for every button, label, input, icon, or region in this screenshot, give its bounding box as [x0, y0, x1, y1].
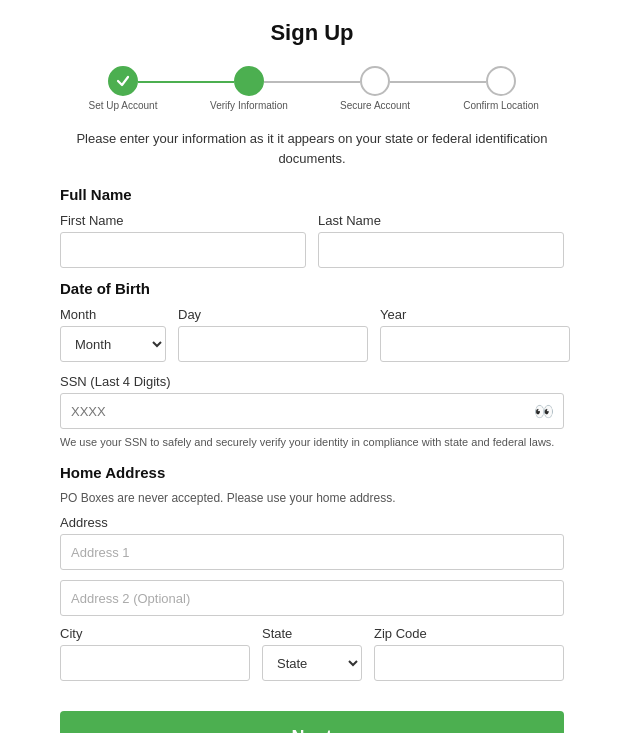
step-label-1: Set Up Account	[89, 100, 158, 111]
date-of-birth-header: Date of Birth	[60, 280, 564, 297]
step-circle-2	[234, 66, 264, 96]
month-select[interactable]: Month January February March April May J…	[60, 326, 166, 362]
day-group: Day	[178, 307, 368, 362]
month-label: Month	[60, 307, 166, 322]
address-label: Address	[60, 515, 564, 530]
city-state-zip-row: City State State AL AK AZ CA CO FL NY TX	[60, 626, 564, 681]
ssn-wrapper: 👀	[60, 393, 564, 429]
step-circle-4	[486, 66, 516, 96]
step-confirm-location: Confirm Location	[438, 66, 564, 111]
step-secure-account: Secure Account	[312, 66, 438, 111]
address2-group	[60, 580, 564, 616]
state-select[interactable]: State AL AK AZ CA CO FL NY TX	[262, 645, 362, 681]
last-name-input[interactable]	[318, 232, 564, 268]
ssn-visibility-icon[interactable]: 👀	[534, 402, 554, 421]
city-label: City	[60, 626, 250, 641]
zip-input[interactable]	[374, 645, 564, 681]
ssn-input[interactable]	[60, 393, 564, 429]
ssn-label: SSN (Last 4 Digits)	[60, 374, 564, 389]
date-of-birth-section: Date of Birth Month Month January Februa…	[60, 280, 564, 362]
year-label: Year	[380, 307, 570, 322]
ssn-note: We use your SSN to safely and securely v…	[60, 435, 564, 450]
year-input[interactable]	[380, 326, 570, 362]
step-circle-3	[360, 66, 390, 96]
full-name-row: First Name Last Name	[60, 213, 564, 268]
step-label-2: Verify Information	[210, 100, 288, 111]
stepper: Set Up Account Verify Information Secure…	[60, 66, 564, 111]
dob-row: Month Month January February March April…	[60, 307, 564, 362]
home-address-header: Home Address	[60, 464, 564, 481]
state-group: State State AL AK AZ CA CO FL NY TX	[262, 626, 362, 681]
next-button[interactable]: Next	[60, 711, 564, 733]
address1-input[interactable]	[60, 534, 564, 570]
step-setup-account: Set Up Account	[60, 66, 186, 111]
first-name-label: First Name	[60, 213, 306, 228]
year-group: Year	[380, 307, 570, 362]
step-label-3: Secure Account	[340, 100, 410, 111]
state-label: State	[262, 626, 362, 641]
step-circle-1	[108, 66, 138, 96]
full-name-header: Full Name	[60, 186, 564, 203]
day-input[interactable]	[178, 326, 368, 362]
address2-input[interactable]	[60, 580, 564, 616]
address-group: Address	[60, 515, 564, 570]
day-label: Day	[178, 307, 368, 322]
full-name-section: Full Name First Name Last Name	[60, 186, 564, 268]
ssn-section: SSN (Last 4 Digits) 👀 We use your SSN to…	[60, 374, 564, 450]
page-title: Sign Up	[60, 20, 564, 46]
zip-label: Zip Code	[374, 626, 564, 641]
description-text: Please enter your information as it it a…	[60, 129, 564, 168]
last-name-label: Last Name	[318, 213, 564, 228]
first-name-input[interactable]	[60, 232, 306, 268]
address-note: PO Boxes are never accepted. Please use …	[60, 491, 564, 505]
city-group: City	[60, 626, 250, 681]
month-group: Month Month January February March April…	[60, 307, 166, 362]
last-name-group: Last Name	[318, 213, 564, 268]
city-input[interactable]	[60, 645, 250, 681]
home-address-section: Home Address PO Boxes are never accepted…	[60, 464, 564, 681]
first-name-group: First Name	[60, 213, 306, 268]
step-label-4: Confirm Location	[463, 100, 539, 111]
step-verify-information: Verify Information	[186, 66, 312, 111]
zip-group: Zip Code	[374, 626, 564, 681]
